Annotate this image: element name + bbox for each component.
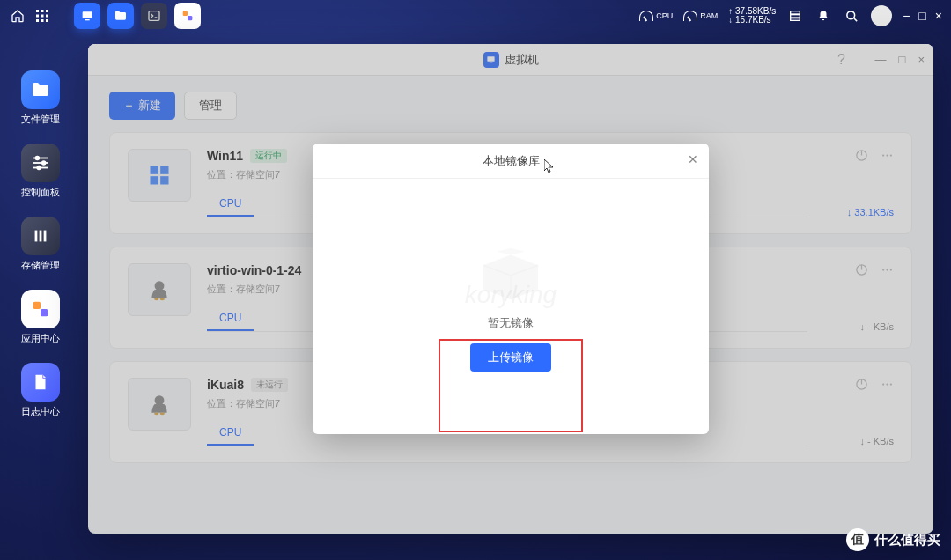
svg-rect-25 [40, 231, 42, 242]
dock-item-storage[interactable]: 存储管理 [21, 217, 60, 272]
dock-item-logs[interactable]: 日志中心 [21, 363, 60, 418]
svg-rect-11 [149, 11, 159, 21]
cursor-icon [544, 159, 555, 173]
cpu-meter[interactable]: CPU [639, 11, 673, 21]
svg-rect-12 [183, 11, 188, 16]
empty-box-icon [476, 241, 546, 303]
site-mark-text: 什么值得买 [874, 532, 940, 549]
svg-rect-16 [791, 18, 800, 21]
svg-rect-0 [36, 10, 39, 12]
taskbar-app-terminal[interactable] [141, 3, 167, 29]
svg-rect-3 [36, 15, 39, 18]
svg-rect-4 [41, 15, 44, 18]
dock-label: 应用中心 [21, 332, 60, 345]
modal-close-icon[interactable]: ✕ [688, 152, 698, 166]
site-mark-icon: 值 [846, 528, 869, 551]
svg-rect-8 [46, 19, 48, 22]
svg-rect-14 [791, 11, 800, 14]
svg-rect-27 [33, 302, 41, 309]
svg-rect-10 [85, 19, 89, 20]
svg-point-17 [847, 11, 855, 18]
svg-rect-1 [41, 10, 44, 12]
folder-icon [21, 70, 60, 109]
storage-icon [21, 217, 60, 255]
taskbar-app-files[interactable] [107, 3, 134, 29]
vm-window: 虚拟机 ? — □ × ＋ 新建 管理 Win11运行中位置：存储空间7CPU↓… [88, 44, 933, 534]
log-icon [21, 363, 60, 402]
svg-rect-15 [791, 15, 800, 18]
dock-item-control-panel[interactable]: 控制面板 [21, 144, 60, 199]
upload-image-button[interactable]: 上传镜像 [470, 343, 551, 372]
dock-label: 文件管理 [21, 113, 60, 126]
app-center-icon [21, 290, 60, 328]
dock-item-app-center[interactable]: 应用中心 [21, 290, 60, 345]
svg-rect-28 [41, 309, 48, 316]
system-topbar: CPU RAM ↑ 37.58KB/s ↓ 15.7KB/s − □ × [0, 0, 951, 32]
modal-body: koryking 暂无镜像 上传镜像 [313, 179, 709, 434]
settings-icon[interactable] [786, 7, 804, 25]
minimize-icon[interactable]: − [903, 9, 910, 23]
sliders-icon [21, 144, 60, 182]
svg-rect-24 [35, 231, 38, 242]
apps-grid-icon[interactable] [33, 7, 51, 25]
dock-label: 日志中心 [21, 405, 60, 418]
image-library-modal: 本地镜像库 ✕ koryking 暂无镜像 上传镜像 [313, 144, 709, 434]
left-dock: 文件管理 控制面板 存储管理 应用中心 日志中心 [21, 70, 60, 418]
svg-rect-13 [188, 16, 192, 20]
svg-rect-5 [46, 15, 48, 18]
site-watermark: 值 什么值得买 [846, 528, 940, 551]
home-icon[interactable] [9, 7, 26, 25]
taskbar-app-vm[interactable] [74, 3, 100, 29]
close-icon[interactable]: × [935, 9, 942, 23]
network-speed: ↑ 37.58KB/s ↓ 15.7KB/s [728, 7, 776, 25]
ram-meter[interactable]: RAM [683, 11, 718, 21]
dock-label: 存储管理 [21, 259, 60, 272]
modal-backdrop[interactable]: 本地镜像库 ✕ koryking 暂无镜像 上传镜像 [88, 44, 933, 534]
maximize-icon[interactable]: □ [918, 9, 925, 23]
svg-rect-6 [36, 19, 39, 22]
modal-title: 本地镜像库 [483, 153, 540, 169]
bell-icon[interactable] [815, 7, 832, 25]
svg-rect-9 [83, 11, 92, 18]
dock-label: 控制面板 [21, 186, 60, 199]
dock-item-files[interactable]: 文件管理 [21, 70, 60, 126]
modal-header: 本地镜像库 ✕ [313, 144, 709, 179]
user-avatar[interactable] [871, 5, 892, 26]
system-window-controls: − □ × [903, 9, 942, 23]
search-icon[interactable] [843, 7, 860, 25]
svg-rect-2 [46, 10, 48, 12]
svg-rect-26 [44, 231, 47, 242]
taskbar-app-store[interactable] [174, 3, 201, 29]
empty-state-text: 暂无镜像 [488, 315, 534, 331]
svg-rect-7 [41, 19, 44, 22]
